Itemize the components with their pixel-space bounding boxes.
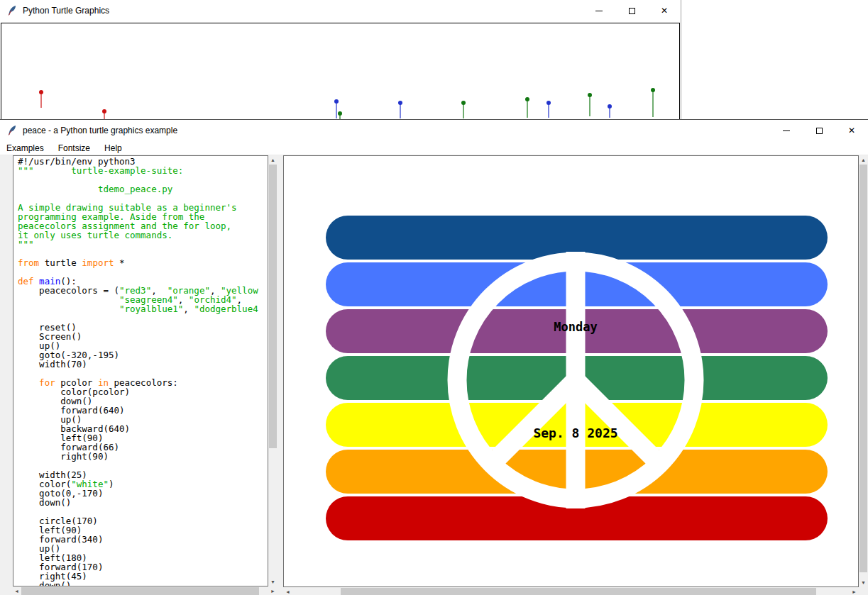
minimize-button[interactable]	[583, 0, 615, 21]
tree-top	[338, 111, 342, 116]
menu-help[interactable]: Help	[97, 141, 129, 155]
tree-top	[588, 93, 592, 97]
maximize-button[interactable]	[803, 120, 835, 141]
code-pane[interactable]: #!/usr/bin/env python3""" turtle-example…	[13, 155, 268, 586]
code-line: "royalblue1", "dodgerblue4	[18, 304, 268, 313]
tree-top	[461, 101, 466, 105]
scroll-left-icon[interactable]: ◄	[283, 587, 292, 595]
trees-svg	[1, 23, 680, 119]
scrollbar-thumb[interactable]	[269, 165, 277, 448]
close-button[interactable]: ✕	[835, 120, 868, 141]
minimize-icon	[783, 130, 790, 131]
window-turtle-graphics: Python Turtle Graphics ✕	[0, 0, 681, 119]
scroll-up-icon[interactable]: ▲	[859, 155, 868, 165]
scrollbar-thumb[interactable]	[341, 588, 816, 595]
scroll-down-icon[interactable]: ▼	[268, 577, 278, 586]
back-titlebar[interactable]: Python Turtle Graphics ✕	[0, 0, 681, 21]
code-vscrollbar[interactable]: ▲ ▼	[268, 155, 278, 586]
canvas-text-day: Monday	[469, 320, 682, 334]
tree-top	[546, 101, 551, 105]
tree-top	[398, 101, 402, 105]
tree-top	[608, 104, 612, 109]
minimize-icon	[595, 11, 603, 11]
code-hscrollbar[interactable]: ◄ ►	[12, 586, 278, 595]
tree-top	[334, 99, 339, 104]
close-icon: ✕	[848, 126, 855, 135]
scroll-down-icon[interactable]: ▼	[859, 578, 868, 587]
menu-examples[interactable]: Examples	[0, 141, 51, 155]
code-line: from turtle import *	[18, 258, 268, 267]
canvas-vscrollbar[interactable]: ▲ ▼	[859, 155, 868, 587]
turtle-canvas-back	[1, 23, 680, 119]
back-window-title: Python Turtle Graphics	[23, 6, 109, 16]
code-line: it only uses turtle commands.	[18, 230, 268, 240]
front-titlebar[interactable]: peace - a Python turtle graphics example…	[0, 120, 868, 141]
window-peace-demo: peace - a Python turtle graphics example…	[0, 119, 868, 595]
tk-feather-icon	[6, 5, 18, 16]
maximize-icon	[816, 128, 823, 134]
scroll-right-icon[interactable]: ►	[268, 586, 278, 595]
tree-top	[39, 90, 43, 94]
code-text: #!/usr/bin/env python3""" turtle-example…	[18, 157, 268, 586]
code-line: right(90)	[18, 452, 268, 461]
scrollbar-thumb[interactable]	[859, 165, 867, 572]
canvas-hscrollbar[interactable]: ◄ ►	[283, 587, 859, 595]
tree-top	[525, 97, 529, 101]
close-icon: ✕	[661, 6, 668, 15]
scrollbar-thumb[interactable]	[21, 587, 259, 595]
code-line: """	[18, 240, 268, 249]
code-line: down()	[18, 498, 268, 507]
menu-fontsize[interactable]: Fontsize	[51, 141, 97, 155]
scroll-up-icon[interactable]: ▲	[268, 155, 278, 165]
code-line: """ turtle-example-suite:	[18, 166, 268, 175]
front-window-title: peace - a Python turtle graphics example	[23, 126, 177, 135]
scroll-left-icon[interactable]: ◄	[12, 586, 21, 595]
tk-feather-icon	[6, 125, 18, 136]
menu-bar: Examples Fontsize Help	[0, 141, 868, 155]
maximize-button[interactable]	[615, 0, 648, 21]
scroll-right-icon[interactable]: ►	[850, 587, 859, 595]
code-line: tdemo_peace.py	[18, 184, 268, 194]
tree-top	[102, 109, 106, 113]
minimize-button[interactable]	[770, 120, 803, 141]
close-button[interactable]: ✕	[648, 0, 681, 21]
turtle-canvas-front: MondaySep. 8 2025	[283, 155, 859, 587]
maximize-icon	[629, 8, 635, 14]
tree-top	[651, 88, 655, 92]
canvas-text-date: Sep. 8 2025	[469, 426, 682, 440]
code-line: down()	[18, 581, 268, 586]
code-line: width(70)	[18, 360, 268, 369]
canvas-labels: MondaySep. 8 2025	[284, 156, 859, 587]
